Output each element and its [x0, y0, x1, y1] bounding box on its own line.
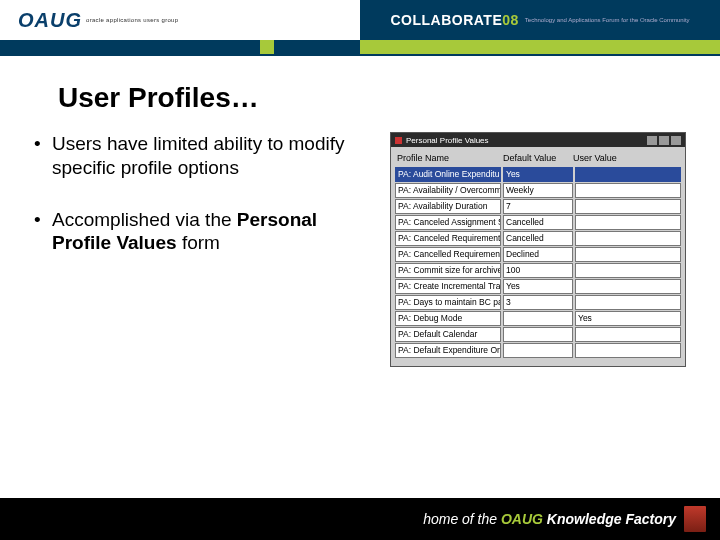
default-value-cell[interactable]: 3: [503, 295, 573, 310]
footer-prefix: home of the: [423, 511, 501, 527]
table-row[interactable]: PA: Commit size for archive an100: [395, 263, 681, 278]
form-column-headers: Profile Name Default Value User Value: [395, 153, 681, 163]
default-value-cell[interactable]: 7: [503, 199, 573, 214]
profile-name-cell[interactable]: PA: Default Calendar: [395, 327, 501, 342]
user-value-cell[interactable]: [575, 295, 681, 310]
profile-name-cell[interactable]: PA: Cancelled Requirement's C: [395, 247, 501, 262]
user-value-cell[interactable]: [575, 215, 681, 230]
user-value-cell[interactable]: [575, 183, 681, 198]
table-row[interactable]: PA: Debug ModeYes: [395, 311, 681, 326]
collab-label: COLLABORATE08: [390, 12, 518, 28]
table-row[interactable]: PA: Canceled Assignment StatuCancelled: [395, 215, 681, 230]
default-value-cell[interactable]: [503, 343, 573, 358]
default-value-cell[interactable]: [503, 327, 573, 342]
profile-name-cell[interactable]: PA: Canceled Assignment Statu: [395, 215, 501, 230]
user-value-cell[interactable]: [575, 199, 681, 214]
table-row[interactable]: PA: Canceled Requirement StaCancelled: [395, 231, 681, 246]
form-window: Personal Profile Values Profile Name Def…: [390, 132, 686, 367]
bullet-text: Users have limited ability to modify spe…: [52, 133, 345, 178]
form-rows: PA: Audit Online Expenditure EYesPA: Ava…: [395, 167, 681, 358]
col-header-default: Default Value: [503, 153, 573, 163]
profile-name-cell[interactable]: PA: Default Expenditure Organi: [395, 343, 501, 358]
col-header-user: User Value: [573, 153, 681, 163]
profile-name-cell[interactable]: PA: Days to maintain BC packe: [395, 295, 501, 310]
table-row[interactable]: PA: Days to maintain BC packe3: [395, 295, 681, 310]
user-value-cell[interactable]: Yes: [575, 311, 681, 326]
minimize-icon[interactable]: [647, 136, 657, 145]
profile-name-cell[interactable]: PA: Availability Duration: [395, 199, 501, 214]
collab-tagline: Technology and Applications Forum for th…: [525, 17, 690, 23]
footer-brand: OAUG: [501, 511, 543, 527]
table-row[interactable]: PA: Create Incremental TransaYes: [395, 279, 681, 294]
table-row[interactable]: PA: Availability Duration7: [395, 199, 681, 214]
logo-subtitle: oracle applications users group: [86, 17, 178, 23]
default-value-cell[interactable]: Cancelled: [503, 215, 573, 230]
bullet-text: form: [177, 232, 220, 253]
default-value-cell[interactable]: Declined: [503, 247, 573, 262]
collab-prefix: COLLABORATE: [390, 12, 502, 28]
table-row[interactable]: PA: Cancelled Requirement's CDeclined: [395, 247, 681, 262]
logo-text: OAUG: [18, 9, 82, 32]
footer-suffix: Knowledge Factory: [543, 511, 676, 527]
col-header-profile: Profile Name: [397, 153, 503, 163]
profile-name-cell[interactable]: PA: Canceled Requirement Sta: [395, 231, 501, 246]
user-value-cell[interactable]: [575, 327, 681, 342]
titlebar-dot-icon: [395, 137, 402, 144]
default-value-cell[interactable]: 100: [503, 263, 573, 278]
footer-bar: home of the OAUG Knowledge Factory: [0, 498, 720, 540]
profile-name-cell[interactable]: PA: Create Incremental Transa: [395, 279, 501, 294]
user-value-cell[interactable]: [575, 343, 681, 358]
profile-name-cell[interactable]: PA: Debug Mode: [395, 311, 501, 326]
default-value-cell[interactable]: Yes: [503, 279, 573, 294]
bullet-text: Accomplished via the: [52, 209, 237, 230]
bullet-item: Users have limited ability to modify spe…: [34, 132, 374, 180]
user-value-cell[interactable]: [575, 247, 681, 262]
slide-body: User Profiles… Users have limited abilit…: [0, 56, 720, 367]
bullet-list: Users have limited ability to modify spe…: [34, 132, 374, 367]
close-icon[interactable]: [671, 136, 681, 145]
collaborate-banner: COLLABORATE08 Technology and Application…: [360, 0, 720, 40]
profile-name-cell[interactable]: PA: Audit Online Expenditure E: [395, 167, 501, 182]
user-value-cell[interactable]: [575, 279, 681, 294]
slide-title: User Profiles…: [58, 82, 686, 114]
collab-number: 08: [502, 12, 519, 28]
default-value-cell[interactable]: Cancelled: [503, 231, 573, 246]
bullet-item: Accomplished via the Personal Profile Va…: [34, 208, 374, 256]
table-row[interactable]: PA: Audit Online Expenditure EYes: [395, 167, 681, 182]
user-value-cell[interactable]: [575, 167, 681, 182]
logo-block: OAUG oracle applications users group: [0, 0, 360, 40]
user-value-cell[interactable]: [575, 231, 681, 246]
default-value-cell[interactable]: Weekly: [503, 183, 573, 198]
header-accent-bars: [0, 40, 720, 54]
table-row[interactable]: PA: Availability / OvercommitmWeekly: [395, 183, 681, 198]
table-row[interactable]: PA: Default Calendar: [395, 327, 681, 342]
profile-name-cell[interactable]: PA: Commit size for archive an: [395, 263, 501, 278]
footer-text: home of the OAUG Knowledge Factory: [423, 511, 676, 527]
maximize-icon[interactable]: [659, 136, 669, 145]
form-window-title: Personal Profile Values: [406, 136, 489, 145]
default-value-cell[interactable]: Yes: [503, 167, 573, 182]
form-titlebar: Personal Profile Values: [391, 133, 685, 147]
factory-icon: [684, 506, 706, 532]
profile-name-cell[interactable]: PA: Availability / Overcommitm: [395, 183, 501, 198]
header-bar: OAUG oracle applications users group COL…: [0, 0, 720, 56]
table-row[interactable]: PA: Default Expenditure Organi: [395, 343, 681, 358]
user-value-cell[interactable]: [575, 263, 681, 278]
default-value-cell[interactable]: [503, 311, 573, 326]
form-screenshot: Personal Profile Values Profile Name Def…: [390, 132, 686, 367]
